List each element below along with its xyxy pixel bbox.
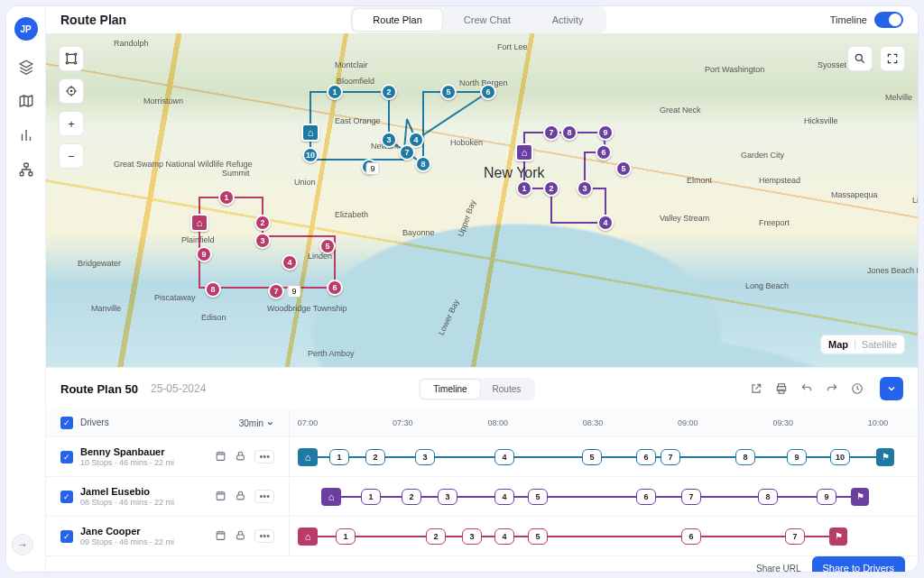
calendar-icon[interactable] (215, 490, 226, 503)
timeline-stop[interactable]: 6 (636, 449, 656, 465)
route-stop-pin[interactable]: 7 (399, 144, 415, 161)
more-icon[interactable]: ••• (254, 529, 274, 543)
route-stop-pin[interactable]: 5 (319, 238, 336, 254)
calendar-icon[interactable] (215, 450, 226, 463)
route-home-pin[interactable]: ⌂ (190, 214, 208, 232)
route-home-pin[interactable]: ⌂ (301, 124, 319, 142)
map-type-map[interactable]: Map (828, 339, 848, 350)
timeline-stop[interactable]: 2 (426, 528, 446, 545)
map-search-button[interactable] (847, 46, 873, 71)
timeline-stop[interactable]: 3 (415, 449, 435, 465)
timeline-stop[interactable]: 4 (494, 449, 514, 465)
route-stop-pin[interactable]: 9 (196, 246, 212, 262)
timeline-home-icon[interactable]: ⌂ (321, 488, 341, 506)
timeline-stop[interactable]: 5 (528, 528, 548, 545)
timeline-end-icon[interactable]: ⚑ (851, 488, 869, 506)
locate-button[interactable] (59, 78, 84, 104)
timeline-end-icon[interactable]: ⚑ (876, 448, 894, 466)
timeline-stop[interactable]: 4 (494, 528, 514, 545)
share-url-link[interactable]: Share URL (756, 564, 800, 573)
route-stop-pin[interactable]: 6 (480, 84, 496, 100)
route-stop-pin[interactable]: 8 (561, 124, 578, 141)
undo-icon[interactable] (799, 381, 815, 397)
zoom-in-button[interactable]: + (59, 111, 84, 136)
route-stop-pin[interactable]: 5 (440, 84, 457, 100)
timeline-stop[interactable]: 1 (336, 528, 356, 545)
fullscreen-button[interactable] (880, 46, 905, 71)
route-stop-pin[interactable]: 4 (597, 215, 614, 231)
chart-icon[interactable] (18, 127, 34, 143)
timeline-stop[interactable]: 5 (528, 489, 548, 505)
more-icon[interactable]: ••• (254, 490, 274, 503)
map-icon[interactable] (18, 93, 34, 109)
timeline-stop[interactable]: 9 (817, 489, 836, 505)
redo-icon[interactable] (824, 381, 840, 397)
driver-checkbox[interactable]: ✓ (60, 530, 73, 543)
route-stop-pin[interactable]: 6 (596, 144, 612, 161)
timeline-stop[interactable]: 6 (636, 489, 656, 505)
user-avatar[interactable]: JP (14, 17, 38, 41)
route-stop-pin[interactable]: 2 (543, 180, 559, 197)
tab-activity[interactable]: Activity (532, 9, 604, 31)
layers-icon[interactable] (18, 59, 34, 75)
org-icon[interactable] (18, 161, 34, 178)
timeline-home-icon[interactable]: ⌂ (298, 448, 318, 466)
calendar-icon[interactable] (215, 529, 226, 543)
route-home-pin[interactable]: ⌂ (515, 143, 533, 161)
driver-checkbox[interactable]: ✓ (60, 491, 73, 503)
expand-sidebar-button[interactable]: → (12, 534, 33, 555)
route-stop-pin[interactable]: 9 (597, 124, 614, 141)
timeline-stop[interactable]: 7 (785, 528, 805, 545)
route-stop-pin[interactable]: 3 (254, 233, 271, 249)
route-stop-pin[interactable]: 3 (577, 180, 593, 197)
panel-tab-timeline[interactable]: Timeline (420, 380, 479, 399)
open-external-icon[interactable] (748, 381, 764, 397)
timeline-end-icon[interactable]: ⚑ (829, 528, 847, 546)
route-stop-pin[interactable]: 1 (516, 180, 532, 197)
map[interactable]: + − Map | Satellite RandolphMontclairFor… (46, 33, 918, 367)
timeline-stop[interactable]: 7 (681, 489, 701, 505)
timeline-stop[interactable]: 3 (438, 489, 457, 505)
route-stop-pin[interactable]: 4 (282, 254, 298, 271)
route-stop-pin[interactable]: 6 (327, 280, 343, 296)
tab-crew-chat[interactable]: Crew Chat (444, 9, 531, 31)
timeline-stop[interactable]: 10 (830, 449, 850, 465)
share-to-drivers-button[interactable]: Share to Drivers (812, 556, 905, 573)
timeline-stop[interactable]: 5 (582, 449, 602, 465)
duration-selector[interactable]: 30min (239, 418, 274, 428)
print-icon[interactable] (773, 381, 790, 397)
route-stop-pin[interactable]: 5 (615, 161, 632, 177)
route-stop-pin[interactable]: 2 (254, 215, 271, 231)
route-stop-pin[interactable]: 1 (327, 84, 343, 100)
zoom-out-button[interactable]: − (59, 143, 84, 169)
driver-checkbox[interactable]: ✓ (60, 451, 73, 463)
route-stop-pin[interactable]: 1 (218, 189, 235, 206)
route-stop-pin[interactable]: 10 (302, 147, 319, 163)
collapse-panel-button[interactable] (880, 377, 903, 400)
route-stop-pin[interactable]: 7 (543, 124, 559, 141)
timeline-stop[interactable]: 3 (462, 528, 482, 545)
timeline-stop[interactable]: 8 (735, 449, 755, 465)
route-stop-pin[interactable]: 7 (268, 283, 284, 299)
timeline-stop[interactable]: 9 (787, 449, 807, 465)
select-area-button[interactable] (59, 46, 84, 71)
lock-icon[interactable] (235, 490, 246, 503)
history-icon[interactable] (849, 381, 865, 397)
timeline-home-icon[interactable]: ⌂ (298, 528, 318, 546)
select-all-checkbox[interactable]: ✓ (60, 417, 73, 429)
lock-icon[interactable] (235, 529, 246, 543)
lock-icon[interactable] (235, 450, 246, 463)
more-icon[interactable]: ••• (254, 450, 274, 463)
timeline-stop[interactable]: 2 (402, 489, 421, 505)
route-stop-pin[interactable]: 8 (415, 156, 431, 172)
tab-route-plan[interactable]: Route Plan (353, 9, 441, 31)
timeline-stop[interactable]: 4 (494, 489, 514, 505)
route-stop-pin[interactable]: 8 (205, 281, 221, 298)
panel-tab-routes[interactable]: Routes (480, 380, 534, 399)
route-stop-pin[interactable]: 3 (381, 132, 397, 148)
route-stop-pin[interactable]: 2 (381, 84, 397, 100)
map-type-satellite[interactable]: Satellite (862, 339, 897, 350)
timeline-stop[interactable]: 7 (661, 449, 680, 465)
timeline-stop[interactable]: 6 (681, 528, 701, 545)
timeline-stop[interactable]: 1 (361, 489, 381, 505)
